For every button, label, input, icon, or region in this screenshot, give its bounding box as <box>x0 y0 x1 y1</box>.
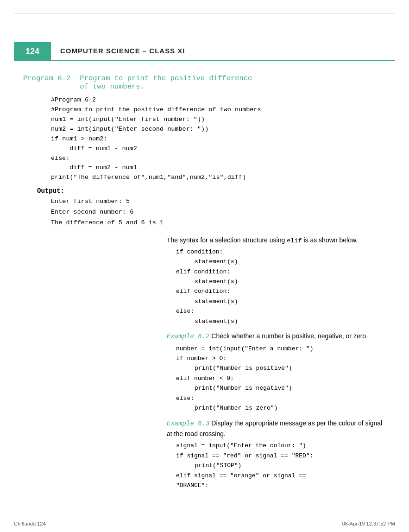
page-number: 124 <box>25 47 39 57</box>
ex2-line-1: number = int(input("Enter a number: ") <box>176 344 386 354</box>
code-line-6: diff = num1 - num2 <box>51 144 386 154</box>
elif-code: elif <box>287 237 302 244</box>
ex2-line-7: print("Number is zero") <box>176 403 386 413</box>
top-decorative-line <box>14 13 395 13</box>
syntax-line-6: statement(s) <box>176 297 386 306</box>
footer-right: 08-Apr-19 12:37:52 PM <box>342 521 395 526</box>
footer-left: Ch 6.indd 124 <box>14 521 46 526</box>
right-column: The syntax for a selection structure usi… <box>162 235 386 491</box>
program-title-line2: of two numbers. <box>80 82 252 91</box>
program-heading: Program 6-2 Program to print the positiv… <box>23 74 386 91</box>
ex2-line-5: print("Number is negative") <box>176 383 386 393</box>
syntax-line-2: statement(s) <box>176 257 386 266</box>
ex3-line-2: if signal == "red" or signal == "RED": <box>176 451 386 461</box>
syntax-line-7: else: <box>176 306 386 316</box>
ex3-line-1: signal = input("Enter the colour: ") <box>176 441 386 450</box>
prose-text: The syntax for a selection structure usi… <box>167 235 386 246</box>
syntax-line-8: statement(s) <box>176 317 386 326</box>
ex3-line-5: "ORANGE": <box>176 481 386 490</box>
output-line-2: Enter second number: 6 <box>51 207 386 218</box>
example-6-2-code: number = int(input("Enter a number: ") i… <box>167 344 386 413</box>
ex2-line-3: print("Number is positive") <box>176 363 386 373</box>
example-6-2-description: Check whether a number is positive, nega… <box>211 332 368 340</box>
example-6-3-block: Example 6.3 Display the appropriate mess… <box>167 418 386 491</box>
syntax-line-3: elif condition: <box>176 267 386 277</box>
example-6-2-text: Example 6.2 Check whether a number is po… <box>167 331 386 342</box>
header-title: Computer Science – Class XI <box>60 47 185 55</box>
syntax-line-1: if condition: <box>176 247 386 257</box>
program-title: Program to print the positive difference… <box>80 74 252 91</box>
code-line-3: num1 = int(input("Enter first number: ")… <box>51 115 386 125</box>
code-line-8: diff = num2 - num1 <box>51 163 386 173</box>
example-6-3-code: signal = input("Enter the colour: ") if … <box>167 441 386 490</box>
output-line-3: The difference of 5 and 6 is 1 <box>51 218 386 228</box>
syntax-line-4: statement(s) <box>176 277 386 286</box>
lower-section: The syntax for a selection structure usi… <box>23 235 386 491</box>
header-bar: 124 Computer Science – Class XI <box>14 42 395 61</box>
program-code: #Program 6-2 #Program to print the posit… <box>51 95 386 183</box>
code-line-9: print("The difference of",num1,"and",num… <box>51 173 386 183</box>
header-title-text: Computer Science – Class XI <box>60 47 185 55</box>
ex2-line-6: else: <box>176 393 386 403</box>
output-label: Output: <box>37 187 386 195</box>
page-number-block: 124 <box>14 42 51 61</box>
code-line-2: #Program to print the positive differenc… <box>51 105 386 115</box>
code-line-4: num2 = int(input("Enter second number: "… <box>51 125 386 134</box>
example-6-2-block: Example 6.2 Check whether a number is po… <box>167 331 386 413</box>
code-line-5: if num1 > num2: <box>51 134 386 144</box>
program-label: Program 6-2 <box>23 74 70 91</box>
example-6-3-label: Example 6.3 <box>167 420 209 427</box>
example-6-3-text: Example 6.3 Display the appropriate mess… <box>167 418 386 439</box>
footer: Ch 6.indd 124 08-Apr-19 12:37:52 PM <box>0 521 409 526</box>
example-6-2-label: Example 6.2 <box>167 333 209 340</box>
output-line-1: Enter first number: 5 <box>51 196 386 207</box>
prose-text-2: is as shown below. <box>303 236 358 244</box>
syntax-line-5: elif condition: <box>176 286 386 296</box>
code-line-7: else: <box>51 154 386 164</box>
prose-text-1: The syntax for a selection structure usi… <box>167 236 285 244</box>
left-column <box>23 235 162 491</box>
ex3-line-4: elif signal == "orange" or signal == <box>176 471 386 481</box>
ex3-line-3: print("STOP") <box>176 461 386 470</box>
header-title-block: Computer Science – Class XI <box>51 42 395 61</box>
code-line-1: #Program 6-2 <box>51 95 386 105</box>
output-block: Enter first number: 5 Enter second numbe… <box>51 196 386 228</box>
main-content: Program 6-2 Program to print the positiv… <box>0 61 409 500</box>
syntax-block: if condition: statement(s) elif conditio… <box>167 247 386 327</box>
ex2-line-2: if number > 0: <box>176 354 386 363</box>
ex2-line-4: elif number < 0: <box>176 374 386 383</box>
program-title-line1: Program to print the positive difference <box>80 74 252 82</box>
